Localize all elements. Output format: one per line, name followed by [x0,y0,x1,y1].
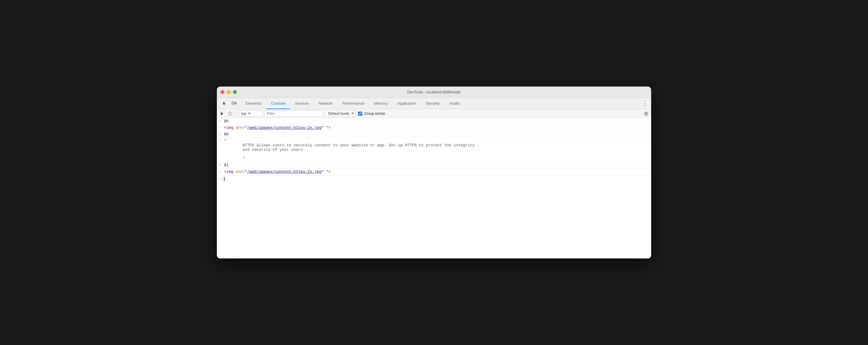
devtools-panel: Elements Console Sources Network Perform… [217,98,651,258]
entry-6-attr-value[interactable]: /web/images/content-https-2x.jpg [247,169,321,174]
entry-1-arrow[interactable]: › [217,118,224,123]
entry-5-dollar: $1 [224,163,229,167]
context-dropdown-arrow [248,113,250,114]
svg-rect-0 [232,102,235,104]
console-output[interactable]: › $0 ‹ <img src="/web/images/content-htt… [217,118,651,258]
console-input-line[interactable]: › [217,175,651,182]
entry-6-arrow[interactable]: ‹ [217,169,224,175]
group-similar-checkbox[interactable] [358,112,362,116]
console-cursor-line [224,177,225,181]
entry-3-dollar: $0 [224,132,229,136]
svg-rect-1 [235,103,236,104]
settings-button[interactable] [643,111,649,117]
group-similar-control[interactable]: Group similar [358,112,385,116]
entry-2-attr-value[interactable]: /web/images/content-https-2x.jpg [247,126,321,130]
entry-2-attr-quote2: " [321,126,324,130]
entry-6-tag-open: <img [224,169,236,174]
maximize-button[interactable] [233,90,237,94]
tabs-list: Elements Console Sources Network Perform… [241,98,640,109]
devtools-window: DevTools - localhost:8080/web/ [217,87,651,258]
tab-elements[interactable]: Elements [241,98,266,109]
tab-application[interactable]: Application [393,98,421,109]
console-toolbar: top Default levels Group similar [217,109,651,118]
entry-6-attr-name: src= [236,169,245,174]
entry-2-content: <img src="/web/images/content-https-2x.j… [224,125,651,131]
context-value: top [241,112,246,116]
entry-2-attr-quote1: " [245,126,247,130]
console-entry-6: ‹ <img src="/web/images/content-https-2x… [217,169,651,175]
entry-3-arrow[interactable]: › [217,131,224,136]
toolbar-separator [236,111,236,116]
entry-4-arrow[interactable]: ‹ [217,138,224,144]
close-button[interactable] [220,90,224,94]
block-icon-button[interactable] [227,111,234,117]
entry-2-attr-name: src= [236,126,245,130]
group-similar-label: Group similar [364,112,385,116]
entry-2-tag-open: <img [224,126,236,130]
tab-audits[interactable]: Audits [444,98,465,109]
more-tabs-button[interactable]: ⋮ [640,98,650,109]
entry-6-content: <img src="/web/images/content-https-2x.j… [224,169,651,175]
filter-input[interactable] [264,111,323,117]
tab-performance[interactable]: Performance [337,98,369,109]
console-entry-5: › $1 [217,162,651,169]
title-bar: DevTools - localhost:8080/web/ [217,87,651,98]
entry-6-attr-quote1: " [245,169,247,174]
levels-label: Default levels [328,112,349,116]
console-entry-1: › $0 [217,118,651,125]
console-entry-4: ‹ " HTTPS allows users to securely conne… [217,138,651,162]
traffic-lights [220,90,237,94]
svg-line-4 [229,112,232,115]
entry-1-content: $0 [224,118,651,124]
tab-bar: Elements Console Sources Network Perform… [217,98,651,109]
console-entry-3: › $0 [217,131,651,138]
levels-dropdown-arrow [351,113,354,114]
tab-console[interactable]: Console [266,98,290,109]
console-entry-2: ‹ <img src="/web/images/content-https-2x… [217,125,651,131]
entry-3-content: $0 [224,131,651,137]
context-selector[interactable]: top [239,111,262,117]
tab-bar-icons [218,98,241,109]
entry-5-content: $1 [224,162,651,168]
entry-4-content: " HTTPS allows users to securely connect… [224,138,651,162]
entry-5-arrow[interactable]: › [217,162,224,167]
entry-6-attr-quote2: " [321,169,324,174]
window-title: DevTools - localhost:8080/web/ [407,90,461,94]
entry-6-tag-close: "> [324,169,331,174]
entry-2-tag-close: "> [324,126,331,130]
entry-1-dollar: $0 [224,119,229,123]
levels-selector[interactable]: Default levels [326,111,356,117]
entry-4-text: " HTTPS allows users to securely connect… [224,138,475,161]
console-cursor [224,177,225,181]
device-toolbar-icon-button[interactable] [230,99,238,108]
tab-security[interactable]: Security [421,98,444,109]
clear-console-button[interactable] [219,111,225,117]
tab-network[interactable]: Network [314,98,338,109]
entry-2-arrow[interactable]: ‹ [217,125,224,131]
cursor-icon-button[interactable] [220,99,229,108]
tab-sources[interactable]: Sources [290,98,314,109]
tab-memory[interactable]: Memory [369,98,393,109]
minimize-button[interactable] [227,90,230,94]
console-input-arrow: › [217,177,224,181]
svg-point-5 [646,113,647,114]
